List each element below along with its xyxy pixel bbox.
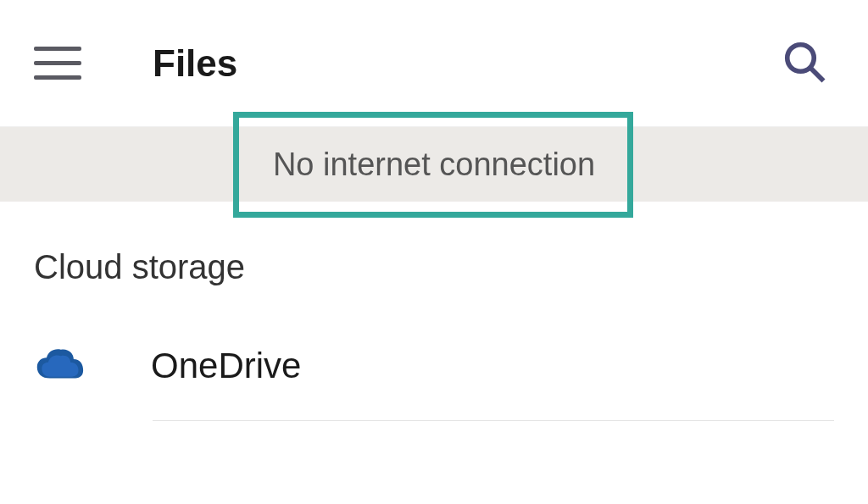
offline-message: No internet connection — [273, 147, 595, 183]
section-title: Cloud storage — [34, 248, 834, 286]
list-divider — [153, 420, 834, 421]
page-title: Files — [153, 42, 775, 85]
content-area: Cloud storage OneDrive — [0, 202, 868, 421]
storage-item-onedrive[interactable]: OneDrive — [34, 346, 834, 420]
onedrive-icon — [34, 346, 85, 385]
offline-banner: No internet connection — [0, 127, 868, 202]
svg-point-0 — [787, 44, 815, 71]
app-header: Files — [0, 0, 868, 127]
storage-item-label: OneDrive — [151, 346, 301, 386]
svg-line-1 — [810, 67, 824, 80]
search-icon[interactable] — [775, 32, 834, 95]
hamburger-menu-icon[interactable] — [34, 38, 85, 89]
